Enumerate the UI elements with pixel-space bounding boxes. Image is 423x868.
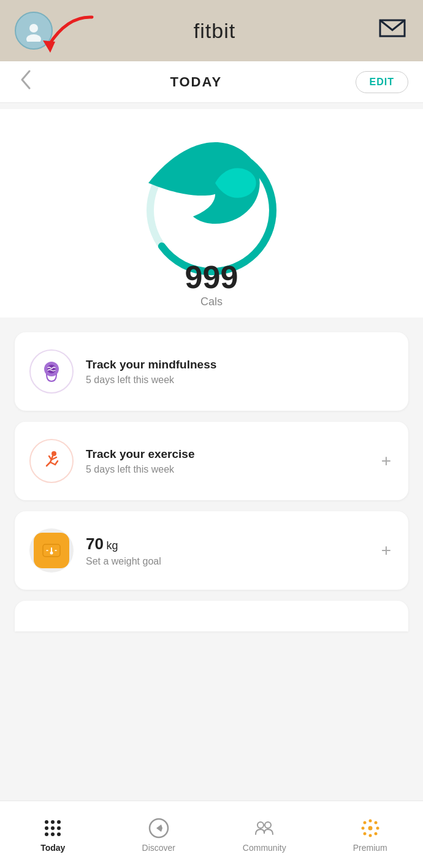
svg-point-22	[158, 827, 160, 829]
exercise-text: Track your exercise 5 days left this wee…	[86, 447, 367, 476]
svg-point-7	[51, 451, 56, 456]
svg-point-23	[257, 822, 264, 828]
svg-point-26	[368, 819, 372, 822]
today-nav-label: Today	[40, 843, 65, 853]
svg-point-28	[361, 826, 364, 829]
svg-point-14	[45, 826, 48, 830]
calories-section: 999 Cals	[0, 109, 423, 318]
nav-discover[interactable]: Discover	[106, 817, 212, 853]
svg-point-10	[50, 552, 53, 555]
today-title: TODAY	[170, 74, 222, 90]
flame-icon	[141, 113, 282, 259]
svg-point-29	[368, 826, 372, 830]
community-nav-label: Community	[243, 843, 286, 853]
weight-unit: kg	[106, 539, 118, 552]
app-title: fitbit	[194, 19, 235, 43]
svg-point-17	[45, 832, 48, 836]
back-button[interactable]	[15, 65, 37, 99]
svg-point-19	[57, 832, 61, 836]
mindfulness-subtitle: 5 days left this week	[86, 375, 394, 386]
svg-point-32	[368, 834, 372, 837]
svg-point-25	[363, 821, 366, 824]
cards-section: Track your mindfulness 5 days left this …	[0, 318, 423, 590]
weight-subtitle: Set a weight goal	[86, 556, 367, 567]
edit-button[interactable]: EDIT	[356, 71, 408, 93]
svg-point-0	[29, 24, 38, 32]
exercise-icon-wrap	[29, 439, 74, 483]
mindfulness-text: Track your mindfulness 5 days left this …	[86, 357, 394, 386]
sub-header: TODAY EDIT	[0, 61, 423, 103]
weight-value: 70	[86, 535, 104, 553]
svg-point-16	[57, 826, 61, 830]
today-nav-icon	[42, 817, 64, 839]
weight-text: 70 kg Set a weight goal	[86, 535, 367, 567]
weight-add-button[interactable]: +	[379, 541, 394, 560]
calories-unit: Cals	[141, 295, 282, 308]
svg-point-11	[45, 820, 48, 824]
mindfulness-card[interactable]: Track your mindfulness 5 days left this …	[15, 332, 408, 411]
community-nav-icon	[253, 817, 275, 839]
weight-scale-icon	[34, 533, 69, 568]
weight-value-row: 70 kg	[86, 535, 367, 554]
premium-nav-label: Premium	[353, 843, 387, 853]
nav-today[interactable]: Today	[0, 817, 106, 853]
exercise-card[interactable]: Track your exercise 5 days left this wee…	[15, 422, 408, 500]
discover-nav-label: Discover	[142, 843, 175, 853]
mindfulness-title: Track your mindfulness	[86, 357, 394, 373]
svg-point-30	[376, 826, 379, 829]
partial-card	[15, 601, 408, 631]
weight-card[interactable]: 70 kg Set a weight goal +	[15, 511, 408, 590]
svg-point-15	[51, 826, 55, 830]
svg-point-24	[265, 822, 271, 828]
svg-point-33	[374, 832, 377, 835]
inbox-icon[interactable]	[376, 15, 408, 47]
exercise-add-button[interactable]: +	[379, 451, 394, 471]
top-bar: fitbit	[0, 0, 423, 61]
svg-point-27	[374, 821, 377, 824]
svg-point-6	[47, 365, 56, 373]
svg-point-12	[51, 820, 55, 824]
premium-nav-icon	[359, 817, 381, 839]
svg-point-18	[51, 832, 55, 836]
calories-center: 999 Cals	[141, 113, 282, 308]
discover-nav-icon	[148, 817, 170, 839]
calories-value: 999	[141, 261, 282, 293]
svg-point-31	[363, 832, 366, 835]
exercise-title: Track your exercise	[86, 447, 367, 462]
weight-icon-wrap	[29, 528, 74, 573]
avatar[interactable]	[15, 12, 53, 50]
main-content: 999 Cals Track your mindfu	[0, 103, 423, 711]
calories-ring: 999 Cals	[141, 140, 282, 281]
bottom-nav: Today Discover Community	[0, 801, 423, 868]
svg-point-13	[57, 820, 61, 824]
nav-premium[interactable]: Premium	[318, 817, 424, 853]
svg-point-1	[26, 34, 41, 42]
mindfulness-icon-wrap	[29, 349, 74, 394]
nav-community[interactable]: Community	[212, 817, 318, 853]
exercise-subtitle: 5 days left this week	[86, 464, 367, 475]
